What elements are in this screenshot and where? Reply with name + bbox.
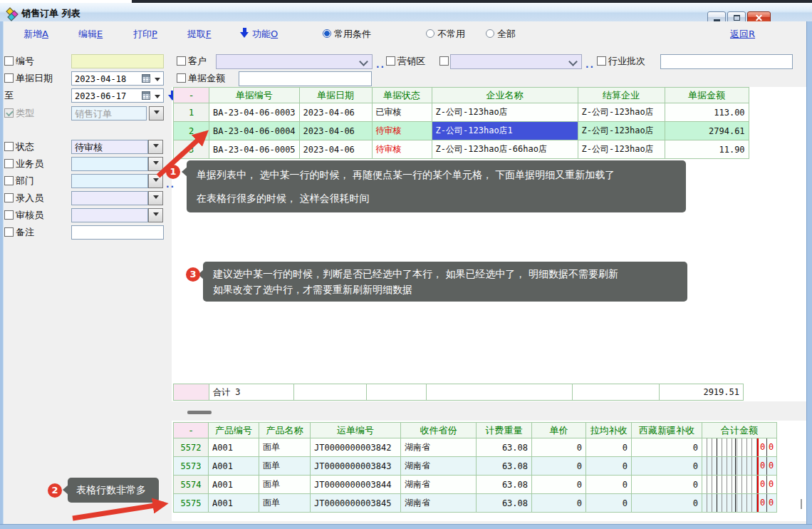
column-header[interactable]: 企业名称 — [432, 88, 578, 103]
grid-cell[interactable]: 5574 — [174, 476, 209, 494]
grid-cell[interactable]: 面单 — [259, 457, 311, 476]
remark-input[interactable] — [71, 225, 164, 240]
grid-cell[interactable]: JT0000000003843 — [311, 457, 401, 476]
grid-cell[interactable] — [367, 384, 427, 401]
grid-cell[interactable]: 0 — [586, 494, 632, 513]
checkbox-entry-clerk[interactable] — [4, 193, 14, 202]
grid-cell[interactable]: Z-公司-123hao店 — [578, 103, 665, 122]
grid-cell[interactable]: 已审核 — [372, 103, 432, 122]
edit-button[interactable]: 编辑E — [78, 28, 103, 41]
date-label[interactable]: 单据日期 — [16, 71, 53, 86]
salesman-combo-button[interactable] — [148, 157, 163, 171]
grid-cell[interactable] — [294, 384, 367, 401]
grid-cell[interactable]: A001 — [209, 494, 259, 513]
auditor-combo-button[interactable] — [148, 208, 163, 222]
checkbox-date[interactable] — [4, 73, 14, 83]
column-header[interactable]: 单据状态 — [372, 88, 432, 103]
column-header[interactable]: 收件省份 — [401, 423, 477, 438]
splitter-handle[interactable] — [187, 411, 212, 414]
code-input[interactable] — [71, 54, 164, 68]
department-label[interactable]: 部门 — [16, 174, 34, 188]
code-label[interactable]: 编号 — [16, 54, 34, 68]
table-row[interactable]: 3BA-23-04-06-00052023-04-06待审核Z-公司-123ha… — [174, 140, 749, 159]
print-button[interactable]: 打印P — [133, 28, 157, 41]
radio-common-conditions[interactable] — [323, 29, 331, 38]
grid-cell[interactable]: 63.08 — [477, 438, 532, 457]
radio-uncommon[interactable] — [426, 29, 434, 38]
status-combo[interactable]: 待审核 — [71, 140, 148, 154]
column-header[interactable]: 产品编号 — [209, 423, 259, 438]
table-row[interactable]: 5572A001面单JT0000000003842湖南省63.0800000 — [174, 438, 777, 457]
remark-label[interactable]: 备注 — [16, 225, 34, 240]
entry-clerk-combo[interactable] — [71, 191, 148, 205]
grid-cell[interactable]: Z-公司-123hao店-66hao店 — [432, 140, 578, 159]
status-label[interactable]: 状态 — [16, 140, 34, 154]
auditor-label[interactable]: 审核员 — [16, 208, 43, 222]
column-header[interactable]: - — [174, 423, 209, 438]
department-combo[interactable] — [71, 174, 148, 188]
amount-label[interactable]: 单据金额 — [188, 71, 225, 86]
table-row[interactable]: 5573A001面单JT0000000003843湖南省63.0800000 — [174, 457, 777, 476]
grid-cell[interactable]: A001 — [209, 476, 259, 494]
industry-batch-label[interactable]: 行业批次 — [608, 54, 645, 68]
grid-cell[interactable]: 0 — [632, 476, 702, 494]
grid-cell[interactable]: A001 — [209, 457, 259, 476]
customer-combo[interactable] — [216, 54, 373, 69]
salesman-label[interactable]: 业务员 — [16, 157, 43, 171]
grid-cell[interactable]: 湖南省 — [401, 476, 477, 494]
department-combo-button[interactable] — [148, 174, 163, 188]
grid-cell[interactable]: 0 — [632, 457, 702, 476]
grid-cell[interactable]: JT0000000003845 — [311, 494, 401, 513]
table-row[interactable]: 5575A001面单JT0000000003845湖南省63.0800000 — [174, 494, 777, 513]
checkbox-amount[interactable] — [177, 73, 186, 83]
grid-cell[interactable]: 待审核 — [372, 140, 432, 159]
column-header[interactable]: 单据编号 — [209, 88, 300, 103]
checkbox-customer[interactable] — [177, 56, 186, 66]
grid-cell[interactable]: BA-23-04-06-0005 — [209, 140, 300, 159]
grid-cell[interactable]: 2023-04-06 — [299, 122, 372, 140]
grid-cell[interactable]: 3 — [174, 140, 209, 159]
grid-cell[interactable]: 0 — [586, 457, 632, 476]
checkbox-department[interactable] — [4, 176, 14, 185]
type-combo-button[interactable] — [149, 106, 164, 120]
new-button[interactable]: 新增A — [24, 28, 48, 41]
grid-cell[interactable]: BA-23-04-06-0004 — [209, 122, 300, 140]
grid-cell[interactable]: Z-公司-123hao店 — [432, 103, 578, 122]
grid-cell[interactable]: A001 — [209, 438, 259, 457]
grid-cell[interactable]: 0 — [532, 457, 586, 476]
grid-cell[interactable]: 63.08 — [477, 457, 532, 476]
grid-cell[interactable]: 合计 3 — [209, 384, 294, 401]
radio-all-label[interactable]: 全部 — [497, 28, 516, 41]
column-header[interactable]: 拉均补收 — [586, 423, 632, 438]
marketing-area-combo[interactable] — [450, 54, 582, 69]
grid-cell[interactable]: 面单 — [259, 476, 311, 494]
checkbox-industry-batch[interactable] — [597, 56, 606, 66]
radio-all[interactable] — [486, 29, 494, 38]
grid-cell[interactable]: 0 — [586, 476, 632, 494]
grid-cell[interactable]: 0 — [632, 438, 702, 457]
department-lookup-dots[interactable]: .. — [166, 180, 175, 190]
checkbox-remark[interactable] — [4, 227, 14, 237]
grid-cell[interactable]: Z-公司-123hao店 — [578, 122, 665, 140]
column-header[interactable]: 产品名称 — [259, 423, 311, 438]
column-header[interactable]: 单据日期 — [299, 88, 372, 103]
checkbox-auditor[interactable] — [4, 210, 14, 220]
grid-cell[interactable] — [573, 384, 660, 401]
function-button[interactable]: 功能O — [252, 28, 278, 41]
checkbox-type[interactable] — [4, 108, 14, 118]
checkbox-status[interactable] — [4, 142, 14, 151]
grid-cell[interactable]: 0 — [532, 476, 586, 494]
extract-button[interactable]: 提取F — [187, 28, 211, 41]
grid-cell[interactable]: 11.90 — [665, 140, 749, 159]
grid-cell[interactable]: 63.08 — [477, 476, 532, 494]
marketing-area-lookup-dots[interactable]: .. — [585, 60, 595, 70]
status-combo-button[interactable] — [148, 140, 163, 154]
grid-cell[interactable]: 5572 — [174, 438, 209, 457]
grid-cell[interactable]: 0 — [532, 494, 586, 513]
date-to-picker[interactable]: 2023-06-17 — [71, 88, 164, 103]
grid-cell[interactable]: 00 — [702, 457, 777, 476]
entry-clerk-label[interactable]: 录入员 — [16, 191, 43, 205]
grid-cell[interactable] — [427, 384, 573, 401]
amount-input[interactable] — [239, 71, 372, 86]
grid-cell[interactable]: 湖南省 — [401, 494, 477, 513]
